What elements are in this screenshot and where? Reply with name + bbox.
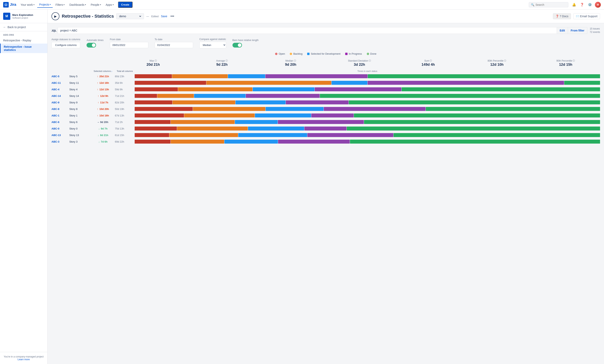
bar-segment — [173, 100, 235, 104]
legend-selected: Selected for Development — [307, 52, 340, 55]
table-row[interactable]: ABC-8 Story 8 ↑ 10d 20h 50d 19h — [51, 106, 600, 112]
selected-dot — [307, 53, 310, 55]
jira-logo-icon — [3, 2, 9, 8]
bar-segment — [135, 100, 172, 104]
legend-backlog: Backlog — [290, 52, 302, 55]
table-row[interactable]: ABC-13 Story 13 ↓ 8d 21h 61d 15h — [51, 132, 600, 138]
back-to-project[interactable]: ← Back to project — [0, 23, 47, 31]
total-time: 71d 2h — [115, 121, 135, 124]
times-in-each-status-header: Times in each status — [135, 70, 600, 72]
bar-segment — [135, 81, 206, 85]
bar-segment — [178, 87, 252, 91]
more-options-button[interactable]: ••• — [171, 14, 174, 18]
bar-segment — [393, 133, 600, 137]
sidebar-item-replay[interactable]: Retrospective - Replay — [0, 37, 47, 44]
table-row[interactable]: ABC-4 Story 4 ↑ 12d 13h 59d 9h — [51, 86, 600, 93]
direction-icon: ↓ — [98, 134, 99, 137]
play-button[interactable]: ▶ — [51, 12, 59, 20]
search-bar[interactable]: 🔍 — [529, 2, 568, 7]
nav-people[interactable]: People ▾ — [89, 2, 103, 8]
table-row[interactable]: ABC-3 Story 3 ↓ 7d 6h 69d 22h — [51, 138, 600, 145]
legend-open: Open — [275, 52, 285, 55]
bar-segment — [135, 120, 171, 124]
issue-name: Story 5 — [69, 75, 91, 78]
table-row[interactable]: ABC-5 Story 5 ↑ 20d 21h 80d 23h — [51, 73, 600, 80]
bar-segment — [426, 107, 600, 111]
to-date-input[interactable] — [155, 42, 193, 48]
issue-id[interactable]: ABC-0 — [51, 127, 69, 130]
nav-filters[interactable]: Filters ▾ — [53, 2, 66, 8]
compare-statistic-select[interactable]: Median Mean Max Min — [200, 42, 226, 48]
table-row[interactable]: ABC-1 Story 1 ↑ 10d 16h 67d 13h — [51, 112, 600, 119]
in-progress-dot — [345, 53, 348, 55]
issue-id[interactable]: ABC-13 — [51, 134, 69, 137]
issue-id[interactable]: ABC-14 — [51, 94, 69, 98]
search-input[interactable] — [535, 3, 566, 6]
docs-button[interactable]: ❓ ? Docs — [553, 13, 571, 19]
bar-segment — [224, 140, 278, 144]
bar-segment — [135, 107, 193, 111]
table-row[interactable]: ABC-6 Story 6 – 9d 20h 71d 2h — [51, 119, 600, 125]
stat-sum: Sum ⓘ 149d 4h — [394, 59, 463, 67]
selected-time: ↑ 10d 16h — [91, 114, 115, 117]
issue-id[interactable]: ABC-5 — [51, 75, 69, 78]
legend-done: Done — [367, 52, 377, 55]
bar-segment — [320, 94, 600, 98]
issue-id[interactable]: ABC-4 — [51, 88, 69, 91]
sidebar-item-issue-statistics[interactable]: Retrospective - Issue statistics — [0, 44, 47, 53]
bar-segment — [246, 94, 320, 98]
user-avatar[interactable]: M — [595, 2, 601, 8]
issue-id[interactable]: ABC-9 — [51, 101, 69, 104]
stat-standard-deviation: Standard Deviation ⓘ 3d 22h — [325, 59, 394, 67]
bars-relative-toggle[interactable] — [232, 43, 242, 48]
page-header: ▶ Retrospective - Statistics demo sprint… — [48, 10, 604, 23]
jql-edit-button[interactable]: Edit — [557, 27, 568, 34]
nav-dashboards[interactable]: Dashboards ▾ — [67, 2, 88, 8]
configure-columns-button[interactable]: Configure columns — [51, 42, 80, 48]
issue-id[interactable]: ABC-11 — [51, 81, 69, 84]
bar-segment — [368, 74, 600, 78]
save-button[interactable]: Save — [161, 15, 167, 18]
table-row[interactable]: ABC-14 Story 14 ↑ 12d 9h 71d 21h — [51, 93, 600, 99]
version-dropdown[interactable]: demo sprint1 sprint2 — [116, 13, 144, 19]
jql-filter-button[interactable]: From filter — [568, 27, 587, 34]
total-time: 35d 6h — [115, 81, 135, 84]
selected-columns-header: Selected columns ↓ — [91, 70, 115, 72]
back-arrow-icon: ← — [3, 25, 6, 29]
info-icon: ⓘ — [155, 59, 157, 62]
table-row[interactable]: ABC-11 Story 11 ↑ 12d 16h 35d 6h — [51, 80, 600, 86]
version-select[interactable]: demo sprint1 sprint2 — [118, 14, 142, 18]
create-button[interactable]: Create — [118, 1, 133, 8]
jql-input[interactable] — [58, 27, 557, 34]
issue-id[interactable]: ABC-8 — [51, 108, 69, 111]
page-title: Retrospective - Statistics — [62, 14, 114, 19]
issue-name: Story 1 — [69, 114, 91, 117]
to-date-control: To date — [155, 38, 193, 48]
from-date-input[interactable] — [110, 42, 148, 48]
bar-segment — [206, 81, 331, 85]
sort-icon: ↓ — [111, 70, 113, 72]
notifications-icon[interactable]: 🔔 — [571, 2, 577, 8]
email-support-button[interactable]: ✉️ Email Support — [573, 13, 600, 19]
table-row[interactable]: ABC-0 Story 0 ↓ 9d 7h 75d 13h — [51, 125, 600, 132]
auto-times-toggle[interactable] — [87, 43, 96, 48]
nav-apps[interactable]: Apps ▾ — [104, 2, 116, 8]
issue-name: Story 4 — [69, 88, 91, 91]
bar-segment — [265, 74, 367, 78]
nav-projects[interactable]: Projects ▾ — [37, 2, 53, 8]
auto-times-control: Automatic times — [87, 39, 103, 48]
table-row[interactable]: ABC-9 Story 9 ↑ 11d 7h 82d 20h — [51, 99, 600, 106]
issue-id[interactable]: ABC-6 — [51, 121, 69, 124]
bar-segment — [349, 100, 600, 104]
app-logo[interactable]: Jira — [3, 2, 16, 8]
total-time: 82d 20h — [115, 101, 135, 104]
settings-icon[interactable]: ⚙️ — [587, 2, 593, 8]
help-icon[interactable]: ❓ — [579, 2, 585, 8]
chevron-down-icon: ▾ — [85, 4, 86, 6]
nav-your-work[interactable]: Your work ▾ — [19, 2, 37, 8]
issue-id[interactable]: ABC-1 — [51, 114, 69, 117]
issue-id[interactable]: ABC-3 — [51, 140, 69, 143]
selected-time: ↑ 12d 13h — [91, 88, 115, 91]
time-bars — [135, 74, 600, 78]
stat-median: Median ⓘ 9d 20h — [256, 59, 325, 67]
